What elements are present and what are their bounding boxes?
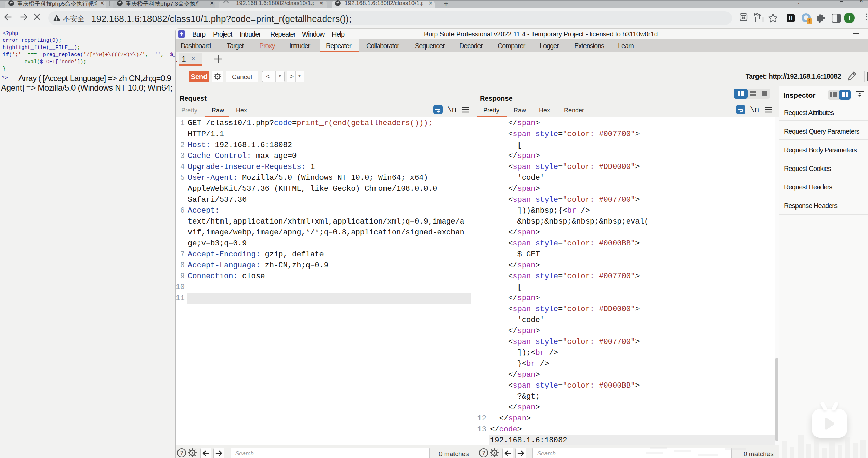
svg-text:1: 1: [808, 18, 811, 24]
svg-text:?: ?: [482, 450, 485, 456]
svg-text:?: ?: [180, 450, 183, 456]
